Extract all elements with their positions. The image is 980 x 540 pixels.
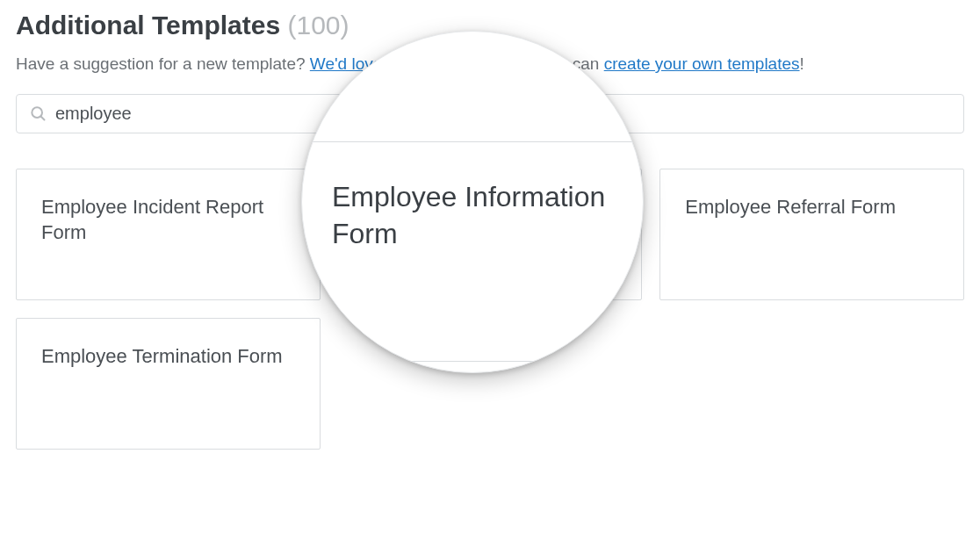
subline-prefix: Have a suggestion for a new template? — [16, 54, 310, 73]
lens-card-title: Employee Information Form — [332, 179, 631, 252]
heading-title: Additional Templates — [16, 11, 280, 40]
lens-divider — [301, 141, 644, 142]
subline-suffix: ! — [800, 54, 804, 73]
svg-line-1 — [41, 117, 45, 120]
template-card-title: Employee Termination Form — [41, 343, 283, 370]
lens-content: Employee Information Form — [302, 32, 643, 372]
heading-count: (100) — [288, 11, 349, 40]
template-card[interactable]: Employee Referral Form — [659, 169, 964, 300]
template-card[interactable]: Employee Termination Form — [16, 318, 321, 450]
template-card-title: Employee Incident Report Form — [41, 194, 295, 246]
template-card[interactable]: Employee Incident Report Form — [16, 169, 321, 300]
template-card-title: Employee Referral Form — [685, 194, 896, 220]
search-icon — [29, 104, 47, 122]
magnifier-lens: Employee Information Form — [301, 31, 644, 373]
create-templates-link[interactable]: create your own templates — [604, 54, 800, 73]
